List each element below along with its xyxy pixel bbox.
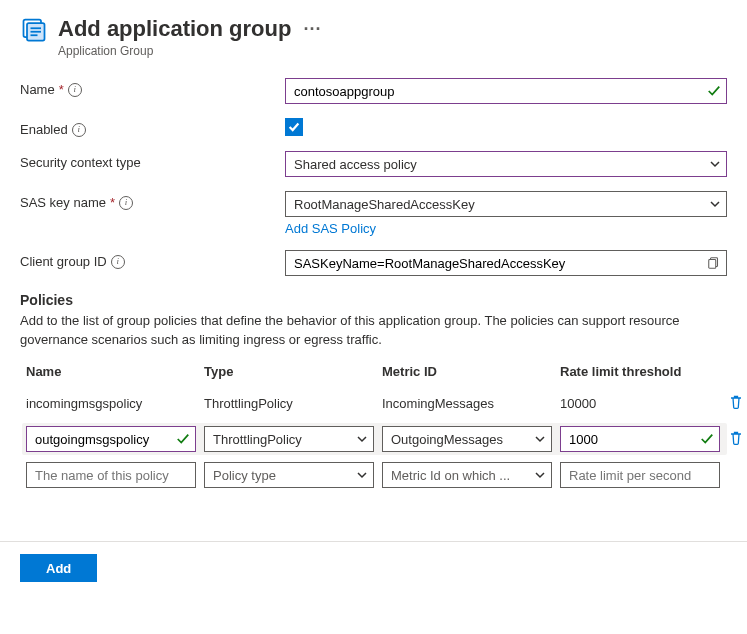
col-name: Name (26, 364, 196, 379)
check-icon (707, 84, 721, 98)
policy-type: ThrottlingPolicy (204, 396, 374, 411)
app-group-icon (20, 16, 48, 44)
page-header: Add application group ··· Application Gr… (20, 16, 727, 58)
name-label: Name* i (20, 78, 285, 97)
delete-icon[interactable] (728, 430, 744, 446)
check-icon (176, 432, 190, 446)
enabled-checkbox[interactable] (285, 118, 303, 136)
new-policy-metric-select[interactable]: Metric Id on which ... (382, 462, 552, 488)
add-button[interactable]: Add (20, 554, 97, 582)
info-icon[interactable]: i (111, 255, 125, 269)
client-group-id-input[interactable] (285, 250, 727, 276)
page-title: Add application group ··· (58, 16, 727, 42)
copy-icon[interactable] (707, 256, 721, 270)
policies-description: Add to the list of group policies that d… (20, 312, 727, 350)
info-icon[interactable]: i (119, 196, 133, 210)
policy-row-new: Policy type Metric Id on which ... (26, 459, 727, 491)
info-icon[interactable]: i (68, 83, 82, 97)
check-icon (700, 432, 714, 446)
policy-metric: IncomingMessages (382, 396, 552, 411)
more-icon[interactable]: ··· (304, 19, 322, 39)
check-icon (287, 120, 301, 134)
security-context-type-select[interactable]: Shared access policy (285, 151, 727, 177)
client-group-id-label: Client group ID i (20, 250, 285, 269)
policies-header-row: Name Type Metric ID Rate limit threshold (26, 364, 727, 379)
add-sas-policy-link[interactable]: Add SAS Policy (285, 221, 376, 236)
policy-name: incomingmsgspolicy (26, 396, 196, 411)
sas-key-name-label: SAS key name* i (20, 191, 285, 210)
col-metric: Metric ID (382, 364, 552, 379)
policy-metric-select[interactable]: OutgoingMessages (382, 426, 552, 452)
new-policy-threshold-input[interactable] (560, 462, 720, 488)
enabled-label: Enabled i (20, 118, 285, 137)
new-policy-type-select[interactable]: Policy type (204, 462, 374, 488)
policy-type-select[interactable]: ThrottlingPolicy (204, 426, 374, 452)
sas-key-name-select[interactable]: RootManageSharedAccessKey (285, 191, 727, 217)
info-icon[interactable]: i (72, 123, 86, 137)
svg-rect-6 (709, 260, 716, 269)
policy-name-input[interactable] (26, 426, 196, 452)
delete-icon[interactable] (728, 394, 744, 410)
name-input[interactable] (285, 78, 727, 104)
col-threshold: Rate limit threshold (560, 364, 720, 379)
policy-row-editing: ThrottlingPolicy OutgoingMessages (22, 423, 727, 455)
security-context-type-label: Security context type (20, 151, 285, 170)
policy-threshold-input[interactable] (560, 426, 720, 452)
col-type: Type (204, 364, 374, 379)
policies-heading: Policies (20, 292, 727, 308)
new-policy-name-input[interactable] (26, 462, 196, 488)
page-subtitle: Application Group (58, 44, 727, 58)
policy-threshold: 10000 (560, 396, 720, 411)
policy-row: incomingmsgspolicy ThrottlingPolicy Inco… (26, 387, 727, 419)
